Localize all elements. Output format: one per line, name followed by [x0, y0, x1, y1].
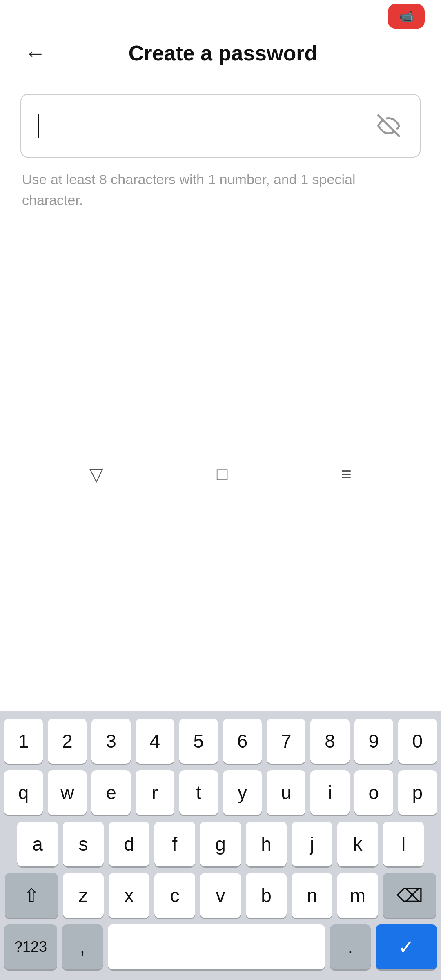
- keyboard-qwerty-row: q w e r t y u i o p: [4, 770, 437, 815]
- eye-hidden-icon: [377, 114, 400, 137]
- navigation-bar: ▽ □ ≡: [0, 456, 441, 492]
- key-m[interactable]: m: [337, 873, 378, 918]
- key-t[interactable]: t: [179, 770, 218, 815]
- recording-badge: 📹: [388, 4, 425, 29]
- key-w[interactable]: w: [48, 770, 87, 815]
- key-d[interactable]: d: [109, 822, 149, 866]
- text-cursor: [38, 114, 39, 138]
- key-p[interactable]: p: [398, 770, 437, 815]
- key-1[interactable]: 1: [4, 719, 43, 764]
- key-6[interactable]: 6: [223, 719, 262, 764]
- key-l[interactable]: l: [383, 822, 424, 866]
- key-s[interactable]: s: [63, 822, 104, 866]
- key-n[interactable]: n: [292, 873, 332, 918]
- key-2[interactable]: 2: [48, 719, 87, 764]
- key-5[interactable]: 5: [179, 719, 218, 764]
- delete-key[interactable]: ⌫: [383, 873, 436, 918]
- header: ← Create a password: [0, 33, 441, 74]
- nav-back-icon[interactable]: ▽: [89, 464, 103, 485]
- password-hint: Use at least 8 characters with 1 number,…: [20, 169, 421, 211]
- key-r[interactable]: r: [136, 770, 174, 815]
- nav-home-icon[interactable]: □: [217, 464, 228, 484]
- shift-key[interactable]: ⇧: [5, 873, 58, 918]
- key-3[interactable]: 3: [91, 719, 130, 764]
- key-o[interactable]: o: [354, 770, 393, 815]
- toggle-visibility-button[interactable]: [374, 111, 403, 140]
- key-f[interactable]: f: [154, 822, 195, 866]
- comma-key[interactable]: ,: [62, 924, 103, 969]
- password-input-container[interactable]: [20, 94, 421, 158]
- back-button[interactable]: ←: [20, 37, 50, 69]
- number-symbols-key[interactable]: ?123: [4, 924, 57, 969]
- page-title: Create a password: [62, 41, 384, 65]
- key-8[interactable]: 8: [310, 719, 349, 764]
- done-key[interactable]: ✓: [376, 924, 437, 969]
- camera-icon: 📹: [399, 10, 414, 23]
- keyboard-zxcv-row: ⇧ z x c v b n m ⌫: [4, 873, 437, 918]
- period-key[interactable]: .: [330, 924, 371, 969]
- status-bar: 📹: [0, 0, 441, 33]
- key-b[interactable]: b: [246, 873, 287, 918]
- keyboard-asdf-row: a s d f g h j k l: [4, 822, 437, 866]
- key-h[interactable]: h: [246, 822, 287, 866]
- key-v[interactable]: v: [200, 873, 241, 918]
- keyboard-number-row: 1 2 3 4 5 6 7 8 9 0: [4, 719, 437, 764]
- key-x[interactable]: x: [109, 873, 149, 918]
- key-a[interactable]: a: [17, 822, 58, 866]
- key-u[interactable]: u: [267, 770, 305, 815]
- on-screen-keyboard: 1 2 3 4 5 6 7 8 9 0 q w e r t y u i o p …: [0, 710, 441, 980]
- key-i[interactable]: i: [310, 770, 349, 815]
- main-content: Use at least 8 characters with 1 number,…: [0, 74, 441, 211]
- key-7[interactable]: 7: [267, 719, 305, 764]
- key-0[interactable]: 0: [398, 719, 437, 764]
- key-z[interactable]: z: [63, 873, 104, 918]
- key-9[interactable]: 9: [354, 719, 393, 764]
- key-q[interactable]: q: [4, 770, 43, 815]
- content-spacer: [0, 211, 441, 456]
- nav-menu-icon[interactable]: ≡: [341, 464, 352, 484]
- key-j[interactable]: j: [292, 822, 332, 866]
- space-key[interactable]: [108, 924, 325, 969]
- key-c[interactable]: c: [154, 873, 195, 918]
- key-y[interactable]: y: [223, 770, 262, 815]
- key-g[interactable]: g: [200, 822, 241, 866]
- key-4[interactable]: 4: [136, 719, 174, 764]
- keyboard-bottom-row: ?123 , . ✓: [4, 924, 437, 969]
- key-k[interactable]: k: [337, 822, 378, 866]
- back-arrow-icon: ←: [24, 41, 46, 65]
- key-e[interactable]: e: [91, 770, 130, 815]
